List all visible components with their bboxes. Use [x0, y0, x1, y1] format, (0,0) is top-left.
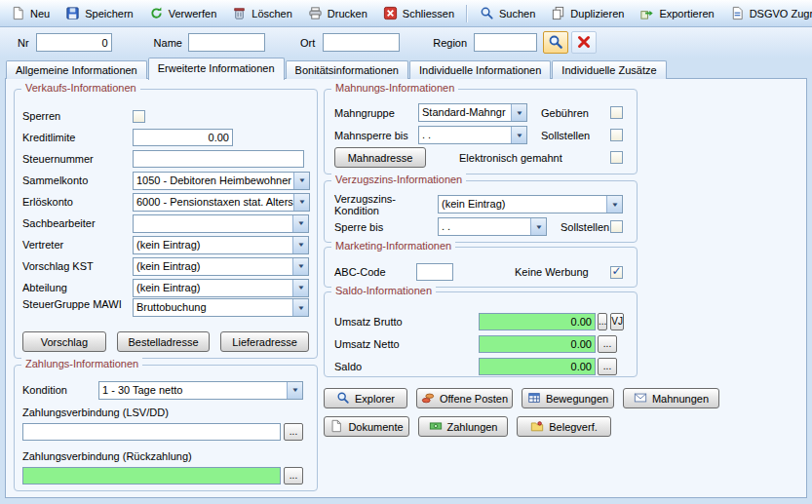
name-input[interactable] [188, 33, 265, 52]
toolbar-search-button[interactable]: Suchen [472, 3, 543, 24]
rueckzahlung-input[interactable] [22, 467, 281, 485]
zahlungen-label: Zahlungen [447, 421, 498, 433]
saldo-label: Saldo [334, 361, 479, 372]
verzug-sollstellen-checkbox[interactable] [610, 220, 623, 233]
steuernummer-label: Steuernummer [22, 153, 133, 165]
toolbar-delete-button[interactable]: Löschen [224, 3, 300, 24]
vorschlag-kst-select[interactable]: (kein Eintrag) [133, 257, 309, 276]
vertreter-select[interactable]: (kein Eintrag) [133, 236, 309, 254]
tab-allgemeine-informationen[interactable]: Allgemeine Informationen [6, 60, 147, 79]
tab-individuelle-informationen[interactable]: Individuelle Informationen [409, 60, 551, 79]
group-title: Mahnungs-Informationen [331, 82, 458, 94]
umsatz-netto-field[interactable] [479, 335, 596, 353]
group-title: Marketing-Informationen [331, 240, 455, 252]
saldo-browse-button[interactable]: ... [598, 358, 617, 375]
umsatz-brutto-field[interactable] [479, 313, 596, 330]
abteilung-select[interactable]: (kein Eintrag) [133, 279, 309, 297]
toolbar-discard-button[interactable]: Verwerfen [141, 3, 225, 24]
chevron-down-icon [606, 196, 622, 213]
elektronisch-gemahnt-checkbox[interactable] [610, 151, 623, 164]
sammelkonto-label: Sammelkonto [22, 174, 133, 186]
rueckzahlung-browse-button[interactable]: ... [284, 467, 303, 485]
explorer-button[interactable]: Explorer [324, 388, 407, 408]
bewegungen-label: Bewegungen [546, 393, 608, 405]
offene-posten-button[interactable]: Offene Posten [416, 388, 513, 408]
abteilung-label: Abteilung [22, 282, 133, 293]
toolbar-export-label: Exportieren [659, 8, 714, 19]
sammelkonto-select[interactable]: 1050 - Debitoren Heimbewohner [133, 172, 310, 190]
toolbar-dsgvo-button[interactable]: DSGVO Zugriff [722, 3, 812, 24]
duplicate-icon [551, 6, 565, 20]
saldo-field[interactable] [479, 358, 596, 375]
elektronisch-gemahnt-label: Elektronisch gemahnt [459, 152, 562, 164]
toolbar-export-button[interactable]: Exportieren [632, 3, 721, 24]
group-title: Zahlungs-Informationen [21, 358, 142, 369]
mahnungen-button[interactable]: Mahnungen [623, 388, 719, 408]
movements-icon [527, 391, 541, 407]
mahnsperre-bis-date-select[interactable]: . . [418, 126, 527, 144]
sammelkonto-value: 1050 - Debitoren Heimbewohner [134, 173, 293, 189]
verzugszins-kondition-value: (kein Eintrag) [439, 196, 606, 213]
sperre-bis-date-select[interactable]: . . [438, 217, 547, 236]
mahngruppe-label: Mahngruppe [334, 107, 418, 119]
gebuehren-checkbox[interactable] [610, 106, 623, 119]
chevron-down-icon [292, 237, 308, 253]
explorer-label: Explorer [355, 393, 395, 405]
toolbar-save-button[interactable]: Speichern [58, 3, 141, 24]
ort-label: Ort [300, 37, 315, 49]
tab-erweiterte-informationen[interactable]: Erweiterte Informationen [148, 58, 285, 80]
sperren-checkbox[interactable] [133, 110, 145, 123]
chevron-down-icon [292, 299, 308, 316]
chevron-down-icon [293, 173, 309, 189]
ort-input[interactable] [323, 33, 400, 52]
export-icon [639, 6, 654, 20]
vertreter-label: Vertreter [22, 239, 133, 251]
toolbar-new-button[interactable]: Neu [3, 3, 58, 24]
umsatz-brutto-browse-button[interactable]: ... [598, 313, 607, 330]
steuergruppe-mawi-select[interactable]: Bruttobuchung [133, 298, 309, 317]
dokumente-button[interactable]: Dokumente [324, 416, 409, 437]
lsv-browse-button[interactable]: ... [284, 423, 303, 441]
vorschlag-button[interactable]: Vorschlag [22, 331, 106, 352]
toolbar-new-label: Neu [30, 8, 50, 19]
filter-clear-button[interactable] [571, 31, 597, 54]
steuernummer-input[interactable] [133, 150, 304, 168]
dokumente-label: Dokumente [348, 421, 403, 433]
keine-werbung-checkbox[interactable] [610, 266, 623, 279]
nr-input[interactable] [36, 33, 112, 52]
kondition-select[interactable]: 1 - 30 Tage netto [98, 381, 303, 400]
tab-individuelle-zusaetze[interactable]: Individuelle Zusätze [552, 60, 666, 79]
nr-label: Nr [18, 37, 29, 49]
offene-posten-label: Offene Posten [440, 393, 508, 405]
lsv-input[interactable] [22, 423, 281, 441]
umsatz-netto-browse-button[interactable]: ... [598, 335, 617, 353]
name-label: Name [154, 37, 182, 49]
rueckzahlung-label: Zahlungsverbindung (Rückzahlung) [22, 450, 192, 462]
verzugszins-kondition-label: Verzugszins-Kondition [334, 193, 438, 216]
toolbar-duplicate-button[interactable]: Duplizieren [543, 3, 632, 24]
zahlungen-button[interactable]: Zahlungen [418, 416, 508, 437]
kreditlimite-input[interactable] [133, 129, 233, 146]
verzugszins-kondition-select[interactable]: (kein Eintrag) [438, 195, 623, 213]
mahngruppe-select[interactable]: Standard-Mahngr [418, 103, 527, 122]
kondition-value: 1 - 30 Tage netto [99, 382, 287, 399]
lieferadresse-button[interactable]: Lieferadresse [220, 331, 309, 352]
vj-button[interactable]: VJ [610, 313, 624, 330]
toolbar-save-label: Speichern [85, 8, 134, 19]
sachbearbeiter-select[interactable] [133, 214, 309, 233]
toolbar-close-button[interactable]: Schliessen [375, 3, 462, 24]
mahnung-sollstellen-checkbox[interactable] [610, 129, 623, 141]
clear-x-icon [576, 34, 592, 52]
mahnadresse-button[interactable]: Mahnadresse [334, 147, 426, 168]
sachbearbeiter-label: Sachbearbeiter [22, 217, 133, 229]
toolbar-print-button[interactable]: Drucken [300, 3, 375, 24]
region-input[interactable] [474, 33, 537, 52]
sollstellen-label: Sollstellen [561, 221, 609, 233]
filter-search-button[interactable] [543, 31, 568, 54]
tab-bonitaetsinformationen[interactable]: Bonitätsinformationen [286, 60, 408, 79]
bestelladresse-button[interactable]: Bestelladresse [117, 331, 211, 352]
abc-code-input[interactable] [416, 263, 453, 281]
erloeskonto-select[interactable]: 6000 - Pensionstaxen stat. Alterspf [133, 193, 310, 212]
bewegungen-button[interactable]: Bewegungen [522, 388, 614, 408]
belegverf-button[interactable]: Belegverf. [517, 416, 611, 437]
